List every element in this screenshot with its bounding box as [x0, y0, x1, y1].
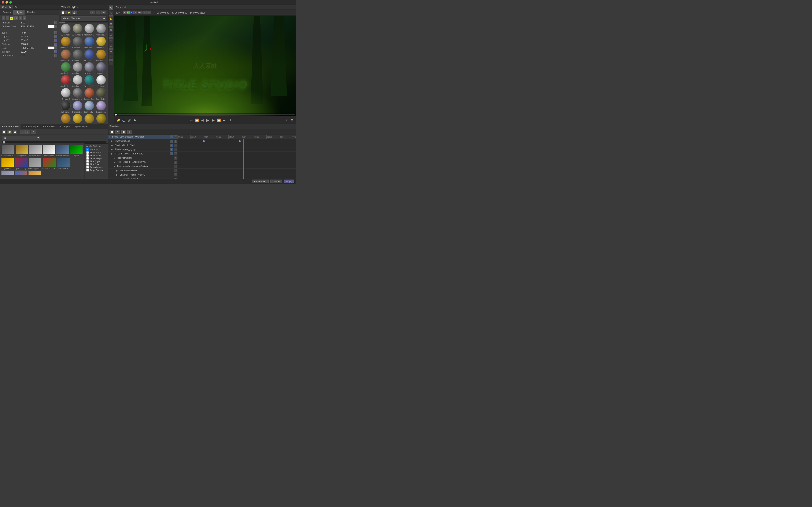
- grid-btn[interactable]: ⊞: [147, 11, 151, 14]
- distance-control[interactable]: [54, 43, 57, 46]
- track-mute[interactable]: □: [174, 148, 177, 151]
- minimize-button[interactable]: [5, 1, 8, 4]
- tl-text-btn[interactable]: T: [127, 130, 132, 134]
- lightx-control[interactable]: [54, 35, 57, 38]
- track-mute[interactable]: □: [174, 144, 177, 147]
- next-frame-btn[interactable]: ▶: [211, 118, 216, 122]
- material-item[interactable]: Born to Shine: [95, 37, 107, 49]
- channel-r-btn[interactable]: R: [123, 11, 126, 14]
- prev-frame-btn[interactable]: ◀: [200, 118, 205, 122]
- play-btn[interactable]: ▶: [206, 118, 210, 122]
- new-material-btn[interactable]: 📄: [61, 11, 65, 14]
- tab-camera[interactable]: Camera: [0, 10, 13, 14]
- tab-text[interactable]: Text: [13, 5, 21, 9]
- timeline-tracks-area[interactable]: [177, 139, 296, 179]
- track-expand-icon[interactable]: ▶: [116, 174, 119, 176]
- apply-checkbox[interactable]: [86, 157, 89, 160]
- tl-new-btn[interactable]: 📄: [109, 130, 114, 134]
- fit-tool[interactable]: ⊞: [109, 22, 113, 26]
- style-item[interactable]: patriots day: [15, 158, 28, 170]
- step-fwd-btn[interactable]: ⏩: [216, 118, 221, 122]
- style-item[interactable]: sanded polish...: [28, 158, 42, 170]
- style-item[interactable]: 01 default sim...: [1, 145, 15, 157]
- track-mute[interactable]: □: [174, 161, 177, 164]
- timeline-track-row[interactable]: ▶ Transformations □: [108, 156, 177, 160]
- pan-tool[interactable]: ✋: [109, 16, 113, 21]
- import-btn[interactable]: ↑: [90, 11, 95, 14]
- material-item[interactable]: Foiled Again: [60, 114, 71, 124]
- snap-btn[interactable]: ⚓: [121, 118, 126, 122]
- material-item[interactable]: Bronze Arm...: [60, 49, 71, 62]
- light-color-swatch[interactable]: [48, 47, 54, 49]
- eye-icon[interactable]: 👁: [14, 16, 18, 20]
- goto-start-btn[interactable]: ⏮: [189, 118, 194, 122]
- timeline-track-row[interactable]: ▶ Front Material - texture reflection □: [108, 164, 177, 169]
- track-expand-icon[interactable]: ▶: [111, 153, 114, 155]
- text-tool[interactable]: T: [109, 60, 113, 65]
- loop-btn[interactable]: 🔗: [127, 118, 132, 122]
- material-item[interactable]: Alien Alloy 2: [72, 24, 83, 36]
- track-expand-icon[interactable]: ▶: [116, 169, 119, 172]
- material-item[interactable]: Diamond Pl...: [72, 101, 83, 113]
- light-color-icon[interactable]: ●: [10, 16, 13, 20]
- safe-btn[interactable]: ⊡: [143, 11, 147, 14]
- tab-controls[interactable]: Controls: [0, 5, 13, 9]
- material-item[interactable]: Chrome: [95, 75, 107, 88]
- style-item[interactable]: steel plated: [1, 170, 14, 175]
- track-mute[interactable]: □: [174, 165, 177, 168]
- material-scrollbar-top[interactable]: [59, 21, 108, 23]
- apply-checkbox[interactable]: [86, 166, 89, 169]
- track-visibility[interactable]: ●: [170, 144, 173, 147]
- tab-text-styles[interactable]: Text Styles: [57, 124, 72, 129]
- material-item[interactable]: Brushed Red: [60, 75, 71, 88]
- apply-checkbox[interactable]: [86, 154, 89, 157]
- channel-g-btn[interactable]: G: [126, 11, 130, 14]
- track-mute[interactable]: □: [174, 139, 177, 143]
- shape-tool[interactable]: ◻: [109, 55, 113, 60]
- keyframe[interactable]: [239, 140, 241, 142]
- style-item[interactable]: digital: [70, 145, 83, 157]
- material-item[interactable]: Diamond Pl...: [95, 101, 107, 113]
- timeline-track-row[interactable]: Texture - Video 1 □: [108, 177, 177, 179]
- tab-extrusion-styles[interactable]: Extrusion Styles: [0, 124, 21, 129]
- track-mute[interactable]: □: [174, 169, 177, 172]
- expand-btn[interactable]: ⤡: [284, 118, 289, 122]
- type-control[interactable]: [54, 31, 57, 34]
- material-item[interactable]: Blue Tarnis...: [84, 37, 95, 49]
- apply-checkbox[interactable]: [86, 160, 89, 163]
- timeline-track-row[interactable]: ▶ Shader - Mesh_Shatter ● □: [108, 143, 177, 148]
- material-item[interactable]: Aluminum T...: [95, 24, 107, 36]
- material-item[interactable]: Brushed Gold: [95, 49, 107, 62]
- track-expand-icon[interactable]: ▶: [114, 165, 116, 168]
- timeline-playhead[interactable]: [243, 139, 244, 179]
- track-expand-icon[interactable]: ▶: [111, 148, 114, 151]
- tab-render[interactable]: Render: [24, 10, 37, 14]
- material-item[interactable]: Gold Dust: [95, 114, 107, 124]
- close-button[interactable]: [2, 1, 4, 4]
- lut-btn[interactable]: LUT: [138, 11, 142, 14]
- material-item[interactable]: Corroded M...: [95, 88, 107, 100]
- track-expand-icon[interactable]: ▶: [114, 157, 116, 159]
- tl-cam-btn[interactable]: 📷: [115, 130, 120, 134]
- select-tool[interactable]: ↖: [109, 5, 113, 10]
- remove-light-icon[interactable]: ×: [6, 16, 9, 20]
- extrusion-folder-btn[interactable]: 📁: [7, 130, 12, 134]
- light-color-picker[interactable]: [54, 47, 57, 49]
- style-item[interactable]: warm glassy: [28, 170, 41, 175]
- composite-viewport[interactable]: TITLE STUDIO 人人素材: [114, 16, 296, 116]
- timeline-track-row[interactable]: ▶ Texture-Reflection □: [108, 169, 177, 173]
- style-item[interactable]: gold bar: [1, 158, 14, 170]
- track-mute[interactable]: □: [174, 157, 177, 160]
- step-back-btn[interactable]: ⏪: [195, 118, 199, 122]
- timeline-track-row[interactable]: ▶ TITLE STUDIO - (1808 X 228) □: [108, 160, 177, 164]
- extrusion-import-btn[interactable]: ↑: [20, 130, 24, 134]
- timeline-track-row[interactable]: ▶ Scene - 2D Composite - Unshared ● □: [108, 135, 177, 139]
- material-item[interactable]: Brushed Me...: [95, 62, 107, 74]
- add-light-icon[interactable]: +: [2, 16, 5, 20]
- timeline-track-row[interactable]: ▶ Transformations ● □: [108, 139, 177, 143]
- key-btn[interactable]: 🔑: [116, 118, 120, 122]
- material-item[interactable]: Brushed Me...: [72, 62, 83, 74]
- track-expand-icon[interactable]: ▶: [111, 140, 114, 143]
- style-item[interactable]: chrome tall: [43, 145, 55, 157]
- plus-icon[interactable]: +: [23, 16, 26, 20]
